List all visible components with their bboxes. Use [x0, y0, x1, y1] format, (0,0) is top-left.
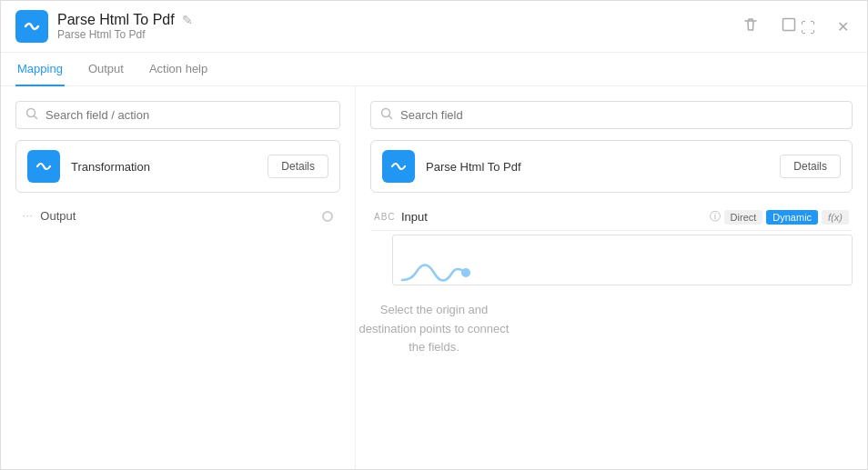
svg-point-2: [461, 268, 470, 277]
parse-html-details-button[interactable]: Details: [780, 155, 841, 178]
dynamic-badge[interactable]: Dynamic: [766, 210, 818, 225]
window-controls: ⛶ ✕: [739, 13, 853, 40]
left-search-input[interactable]: [45, 108, 330, 122]
right-search-input[interactable]: [400, 108, 843, 122]
transformation-block: Transformation Details: [15, 140, 340, 193]
transformation-icon: [27, 150, 60, 183]
app-icon: [15, 10, 48, 43]
output-dots-icon: ···: [23, 211, 33, 221]
direct-badge[interactable]: Direct: [724, 210, 763, 225]
tab-action-help[interactable]: Action help: [147, 53, 209, 86]
connector-svg: [393, 253, 475, 294]
output-label: Output: [40, 209, 76, 223]
info-icon[interactable]: ⓘ: [710, 209, 721, 225]
window-title: Parse Html To Pdf: [57, 12, 175, 28]
close-button[interactable]: ✕: [833, 15, 853, 39]
main-window: Parse Html To Pdf ✎ Parse Html To Pdf ⛶ …: [0, 0, 868, 470]
left-search-icon: [25, 107, 38, 123]
transformation-label: Transformation: [71, 160, 257, 174]
delete-button[interactable]: [739, 13, 762, 40]
title-bar: Parse Html To Pdf ✎ Parse Html To Pdf ⛶ …: [1, 1, 867, 53]
transformation-details-button[interactable]: Details: [267, 155, 328, 178]
right-search-box[interactable]: [370, 101, 853, 129]
tabs-bar: Mapping Output Action help: [1, 53, 867, 86]
output-row: ··· Output: [15, 204, 340, 228]
middle-area: Select the origin and destination points…: [356, 141, 512, 469]
tab-output[interactable]: Output: [86, 53, 126, 86]
hint-text: Select the origin and destination points…: [356, 301, 512, 357]
tab-mapping[interactable]: Mapping: [15, 53, 65, 86]
expand-button[interactable]: ⛶: [777, 13, 819, 40]
window-subtitle: Parse Html To Pdf: [57, 28, 193, 41]
title-info: Parse Html To Pdf ✎ Parse Html To Pdf: [57, 12, 193, 41]
output-connector[interactable]: [322, 211, 333, 222]
edit-title-icon[interactable]: ✎: [182, 13, 193, 27]
left-search-box[interactable]: [15, 101, 340, 129]
content-area: Transformation Details ··· Output Select…: [1, 86, 867, 469]
svg-rect-0: [782, 19, 794, 31]
fx-badge[interactable]: f(x): [822, 210, 849, 225]
field-badges: ⓘ Direct Dynamic f(x): [710, 209, 849, 225]
left-panel: Transformation Details ··· Output: [1, 86, 356, 469]
right-search-icon: [380, 107, 393, 123]
